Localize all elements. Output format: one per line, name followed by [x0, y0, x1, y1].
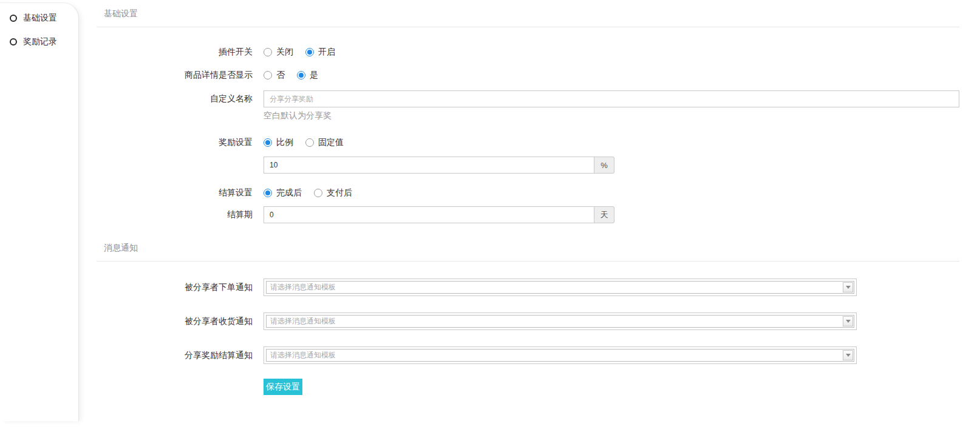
detail-display-row: 商品详情是否显示 否 是 — [97, 70, 959, 81]
settle-period-row: 结算期 天 — [97, 206, 959, 223]
settings-page: 基础设置 奖励记录 基础设置 插件开关 关闭 开启 — [0, 0, 980, 429]
sidebar-item-basic-settings[interactable]: 基础设置 — [10, 10, 78, 26]
radio-label: 关闭 — [276, 47, 293, 58]
radio-label: 完成后 — [276, 187, 302, 198]
detail-display-label: 商品详情是否显示 — [97, 70, 253, 81]
radio-icon — [305, 138, 314, 147]
reward-value-row: % — [97, 157, 959, 174]
day-unit-addon: 天 — [594, 206, 614, 223]
circle-icon — [10, 38, 17, 46]
radio-label: 固定值 — [318, 137, 344, 148]
dropdown-arrow-button[interactable] — [843, 350, 853, 360]
radio-checked-icon — [297, 71, 305, 79]
section-divider — [97, 261, 959, 262]
radio-label: 支付后 — [327, 187, 352, 198]
sidebar: 基础设置 奖励记录 — [0, 2, 79, 421]
settle-setting-label: 结算设置 — [97, 187, 253, 198]
settle-setting-row: 结算设置 完成后 支付后 — [97, 187, 959, 198]
notify-order-label: 被分享者下单通知 — [97, 282, 253, 293]
dropdown-arrow-button[interactable] — [843, 282, 853, 292]
radio-checked-icon — [264, 138, 272, 147]
radio-reward-fixed[interactable]: 固定值 — [305, 137, 344, 148]
radio-settle-after-complete[interactable]: 完成后 — [264, 187, 302, 198]
settle-period-input[interactable] — [264, 206, 594, 223]
section-divider — [97, 27, 959, 27]
radio-settle-after-pay[interactable]: 支付后 — [314, 187, 352, 198]
sidebar-item-reward-records[interactable]: 奖励记录 — [10, 34, 78, 50]
chevron-down-icon — [846, 286, 851, 289]
custom-name-input[interactable] — [264, 90, 959, 107]
custom-name-row: 自定义名称 — [97, 90, 959, 107]
chevron-down-icon — [846, 320, 851, 323]
reward-value-input[interactable] — [264, 157, 594, 174]
settle-period-label: 结算期 — [97, 209, 253, 220]
custom-name-hint: 空白默认为分享奖 — [264, 110, 959, 121]
sidebar-item-label: 基础设置 — [23, 13, 57, 24]
save-settings-button[interactable]: 保存设置 — [264, 379, 302, 395]
custom-name-label: 自定义名称 — [97, 93, 253, 104]
select-placeholder: 请选择消息通知模板 — [267, 350, 336, 360]
select-placeholder: 请选择消息通知模板 — [267, 282, 336, 292]
reward-setting-label: 奖励设置 — [97, 137, 253, 148]
notify-settle-row: 分享奖励结算通知 请选择消息通知模板 — [97, 346, 959, 364]
notify-receive-select[interactable]: 请选择消息通知模板 — [264, 312, 857, 330]
radio-label: 开启 — [318, 47, 335, 58]
circle-icon — [10, 15, 17, 22]
radio-plugin-on[interactable]: 开启 — [305, 47, 335, 58]
reward-setting-row: 奖励设置 比例 固定值 — [97, 137, 959, 148]
radio-icon — [264, 71, 272, 79]
plugin-switch-row: 插件开关 关闭 开启 — [97, 47, 959, 58]
radio-icon — [264, 48, 272, 56]
notify-receive-row: 被分享者收货通知 请选择消息通知模板 — [97, 312, 959, 330]
radio-label: 否 — [276, 70, 285, 81]
notify-order-select[interactable]: 请选择消息通知模板 — [264, 279, 857, 296]
radio-detail-no[interactable]: 否 — [264, 70, 285, 81]
notify-settle-label: 分享奖励结算通知 — [97, 350, 253, 361]
select-placeholder: 请选择消息通知模板 — [267, 316, 336, 326]
percent-unit-addon: % — [594, 157, 614, 174]
section-title-basic: 基础设置 — [97, 0, 959, 27]
radio-label: 比例 — [276, 137, 293, 148]
section-title-notify: 消息通知 — [97, 223, 959, 261]
notify-order-row: 被分享者下单通知 请选择消息通知模板 — [97, 279, 959, 296]
main-content: 基础设置 插件开关 关闭 开启 商品详情是否显示 否 — [80, 0, 980, 429]
radio-checked-icon — [264, 189, 272, 197]
notify-receive-label: 被分享者收货通知 — [97, 316, 253, 327]
radio-checked-icon — [305, 48, 314, 56]
radio-plugin-off[interactable]: 关闭 — [264, 47, 293, 58]
radio-detail-yes[interactable]: 是 — [297, 70, 318, 81]
sidebar-item-label: 奖励记录 — [23, 36, 57, 47]
chevron-down-icon — [846, 354, 851, 357]
notify-settle-select[interactable]: 请选择消息通知模板 — [264, 346, 857, 364]
plugin-switch-label: 插件开关 — [97, 47, 253, 58]
radio-label: 是 — [310, 70, 318, 81]
radio-icon — [314, 189, 322, 197]
dropdown-arrow-button[interactable] — [843, 316, 853, 326]
radio-reward-ratio[interactable]: 比例 — [264, 137, 293, 148]
